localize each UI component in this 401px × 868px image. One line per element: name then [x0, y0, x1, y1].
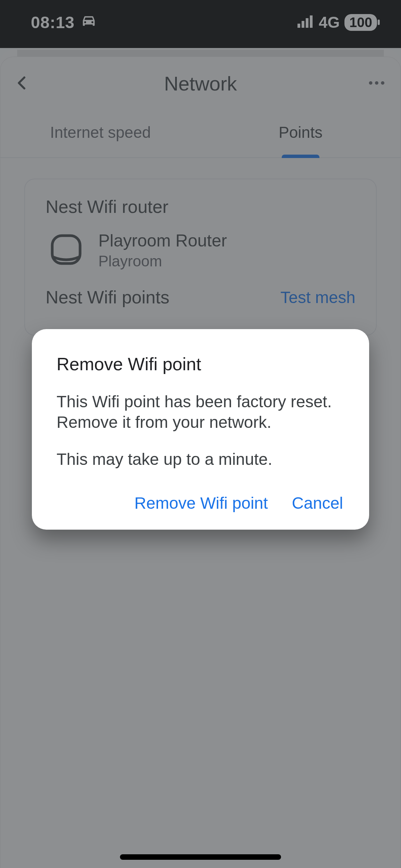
dialog-line2: This may take up to a minute. [57, 449, 344, 470]
dialog-actions: Remove Wifi point Cancel [57, 494, 344, 513]
dialog-body: This Wifi point has been factory reset. … [57, 391, 344, 470]
confirm-remove-button[interactable]: Remove Wifi point [134, 494, 268, 513]
dialog-line1: This Wifi point has been factory reset. … [57, 391, 344, 433]
home-indicator[interactable] [120, 854, 281, 860]
remove-wifi-dialog: Remove Wifi point This Wifi point has be… [32, 329, 369, 530]
cancel-button[interactable]: Cancel [292, 494, 343, 513]
dialog-title: Remove Wifi point [57, 354, 344, 374]
